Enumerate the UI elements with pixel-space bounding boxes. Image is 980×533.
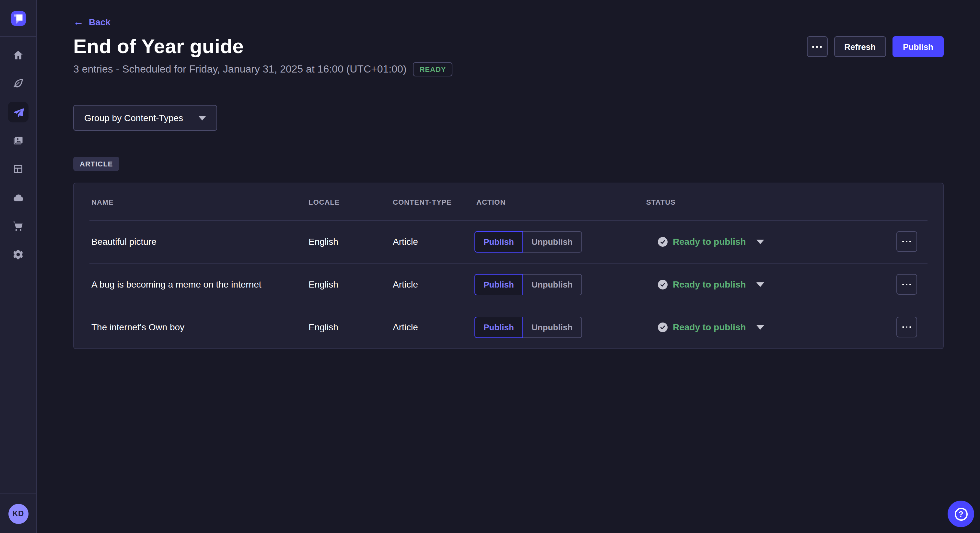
paper-plane-icon — [12, 106, 24, 118]
cart-icon — [12, 220, 24, 232]
entry-locale: English — [307, 236, 391, 247]
back-label: Back — [89, 17, 110, 27]
ellipsis-icon — [812, 46, 814, 48]
column-header-content-type: CONTENT-TYPE — [391, 198, 474, 206]
row-more-button[interactable] — [896, 274, 917, 295]
sidebar-item-marketplace[interactable] — [8, 216, 29, 236]
sidebar-nav — [8, 45, 29, 265]
ellipsis-icon — [902, 327, 904, 328]
back-link[interactable]: ← Back — [73, 17, 110, 27]
row-more-button[interactable] — [896, 231, 917, 252]
column-header-action: ACTION — [474, 198, 644, 206]
action-toggle: Publish Unpublish — [474, 231, 582, 252]
row-more-button[interactable] — [896, 317, 917, 338]
chevron-down-icon — [198, 116, 206, 120]
chevron-down-icon — [756, 282, 764, 287]
group-by-select[interactable]: Group by Content-Types — [73, 105, 217, 131]
avatar[interactable]: KD — [8, 503, 28, 523]
home-icon — [12, 49, 24, 61]
app-window: KD ← Back End of Year guide Refresh Publ… — [0, 0, 980, 533]
release-subtitle: 3 entries - Scheduled for Friday, Januar… — [73, 63, 406, 75]
media-library-icon — [12, 135, 24, 146]
entry-content-type: Article — [391, 236, 474, 247]
action-toggle: Publish Unpublish — [474, 316, 582, 338]
column-header-locale: LOCALE — [307, 198, 391, 206]
main-content: ← Back End of Year guide Refresh Publish… — [37, 0, 980, 533]
check-circle-icon — [658, 322, 668, 332]
page-title: End of Year guide — [73, 35, 244, 58]
feather-icon — [12, 78, 24, 89]
entry-status-label: Ready to publish — [673, 279, 746, 289]
cloud-icon — [12, 191, 24, 204]
publish-toggle[interactable]: Publish — [474, 231, 523, 252]
sidebar-footer: KD — [0, 493, 36, 533]
column-header-name: NAME — [89, 198, 307, 206]
publish-button[interactable]: Publish — [892, 36, 944, 57]
sidebar-item-releases[interactable] — [8, 102, 29, 122]
action-toggle: Publish Unpublish — [474, 274, 582, 295]
entry-name: A bug is becoming a meme on the internet — [89, 279, 307, 289]
publish-toggle[interactable]: Publish — [474, 316, 523, 338]
entry-locale: English — [307, 279, 391, 289]
question-mark-icon: ? — [955, 508, 967, 520]
table-header-row: NAME LOCALE CONTENT-TYPE ACTION STATUS — [74, 183, 943, 220]
entry-content-type: Article — [391, 279, 474, 289]
entry-name: The internet's Own boy — [89, 322, 307, 332]
logo-container — [0, 0, 36, 37]
subtitle-row: 3 entries - Scheduled for Friday, Januar… — [73, 62, 944, 76]
entry-name: Beautiful picture — [89, 236, 307, 247]
sidebar-item-cloud[interactable] — [8, 187, 29, 208]
strapi-glyph-icon — [11, 11, 25, 25]
entry-status-button[interactable]: Ready to publish — [658, 322, 764, 332]
entry-status-button[interactable]: Ready to publish — [658, 279, 764, 289]
header-actions: Refresh Publish — [807, 36, 944, 57]
publish-toggle[interactable]: Publish — [474, 274, 523, 295]
title-row: End of Year guide Refresh Publish — [73, 35, 944, 58]
arrow-left-icon: ← — [73, 17, 84, 27]
sidebar-item-home[interactable] — [8, 45, 29, 65]
help-button[interactable]: ? — [948, 501, 974, 527]
group-by-label: Group by Content-Types — [84, 113, 183, 123]
entry-status-button[interactable]: Ready to publish — [658, 236, 764, 247]
unpublish-toggle[interactable]: Unpublish — [523, 316, 582, 338]
column-header-status: STATUS — [644, 198, 896, 206]
chevron-down-icon — [756, 239, 764, 244]
unpublish-toggle[interactable]: Unpublish — [523, 274, 582, 295]
strapi-logo-icon[interactable] — [11, 11, 25, 25]
check-circle-icon — [658, 279, 668, 289]
sidebar-item-content-manager[interactable] — [8, 73, 29, 94]
entry-status-label: Ready to publish — [673, 322, 746, 332]
entry-status-label: Ready to publish — [673, 236, 746, 247]
release-table: NAME LOCALE CONTENT-TYPE ACTION STATUS B… — [73, 182, 944, 349]
layout-icon — [12, 163, 24, 175]
table-row: A bug is becoming a meme on the internet… — [74, 263, 943, 306]
more-actions-button[interactable] — [807, 36, 827, 57]
entry-locale: English — [307, 322, 391, 332]
sidebar-item-content-type-builder[interactable] — [8, 159, 29, 179]
article-group-badge: ARTICLE — [73, 157, 119, 171]
check-circle-icon — [658, 237, 668, 246]
sidebar-item-settings[interactable] — [8, 244, 29, 265]
gear-icon — [12, 249, 24, 260]
entry-content-type: Article — [391, 322, 474, 332]
ellipsis-icon — [902, 241, 904, 243]
table-row: The internet's Own boy English Article P… — [74, 306, 943, 348]
table-row: Beautiful picture English Article Publis… — [74, 220, 943, 263]
ellipsis-icon — [902, 284, 904, 285]
sidebar: KD — [0, 0, 37, 533]
refresh-button[interactable]: Refresh — [834, 36, 886, 57]
chevron-down-icon — [756, 325, 764, 329]
unpublish-toggle[interactable]: Unpublish — [523, 231, 582, 252]
status-badge: READY — [413, 62, 452, 76]
sidebar-item-media-library[interactable] — [8, 130, 29, 151]
